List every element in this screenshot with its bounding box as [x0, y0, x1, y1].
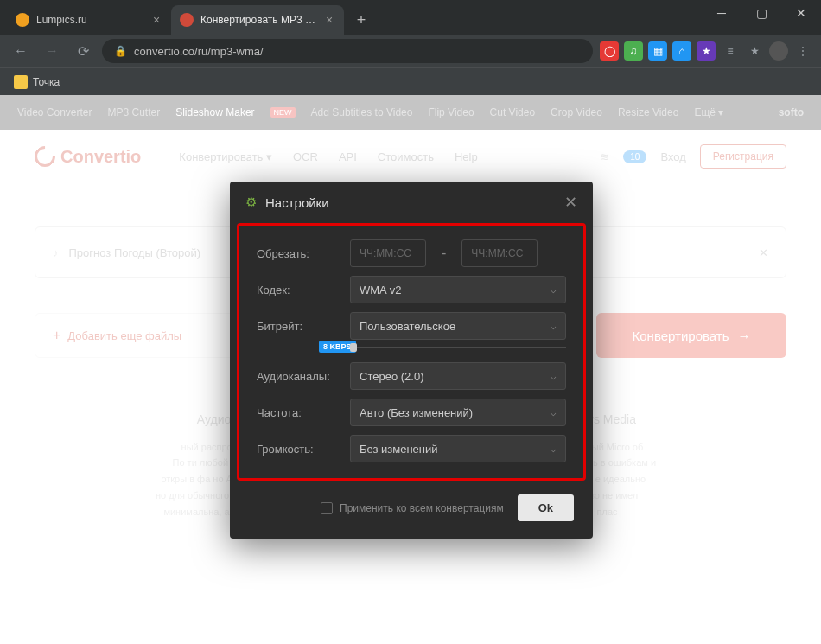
bookmark-folder-icon — [14, 75, 28, 89]
dash: - — [442, 245, 446, 261]
tab-convertio[interactable]: Конвертировать MP3 в WMA он × — [171, 5, 344, 35]
modal-body: Обрезать: ЧЧ:ММ:СС - ЧЧ:ММ:СС Кодек: WMA… — [237, 223, 586, 481]
modal-title: Настройки — [265, 195, 329, 210]
minimize-button[interactable]: ─ — [702, 0, 741, 26]
field-volume: Громкость: Без изменений ⌵ — [257, 435, 566, 462]
modal-header: ⚙ Настройки ✕ — [230, 182, 593, 223]
favicon-icon — [180, 13, 194, 27]
chevron-down-icon: ⌵ — [551, 407, 557, 418]
trim-end-input[interactable]: ЧЧ:ММ:СС — [461, 239, 538, 267]
channels-select[interactable]: Стерео (2.0) ⌵ — [350, 362, 566, 390]
freq-label: Частота: — [257, 406, 340, 419]
favicon-icon — [16, 13, 29, 27]
bitrate-select[interactable]: Пользовательское ⌵ — [350, 312, 566, 340]
chevron-down-icon: ⌵ — [551, 321, 557, 332]
bitrate-label: Битрейт: — [257, 320, 340, 333]
menu-button[interactable]: ⋮ — [793, 41, 812, 61]
field-frequency: Частота: Авто (Без изменений) ⌵ — [257, 399, 566, 426]
ext-icon[interactable]: ★ — [697, 41, 716, 61]
apply-all-checkbox[interactable]: Применить ко всем конвертациям — [321, 502, 504, 514]
address-bar: ← → ⟳ 🔒 convertio.co/ru/mp3-wma/ ◯ ♫ ▦ ⌂… — [0, 35, 821, 67]
codec-value: WMA v2 — [360, 284, 401, 296]
codec-select[interactable]: WMA v2 ⌵ — [350, 276, 566, 303]
maximize-button[interactable]: ▢ — [741, 0, 781, 26]
url-input[interactable]: 🔒 convertio.co/ru/mp3-wma/ — [102, 39, 593, 63]
freq-select[interactable]: Авто (Без изменений) ⌵ — [350, 399, 566, 426]
close-icon[interactable]: × — [323, 14, 335, 26]
field-codec: Кодек: WMA v2 ⌵ — [257, 276, 566, 303]
chevron-down-icon: ⌵ — [551, 284, 557, 296]
avatar[interactable] — [769, 41, 788, 61]
field-bitrate: Битрейт: Пользовательское ⌵ — [257, 312, 566, 340]
browser-titlebar: Lumpics.ru × Конвертировать MP3 в WMA он… — [0, 0, 821, 35]
ext-icon[interactable]: ▦ — [648, 41, 667, 61]
channels-label: Аудиоканалы: — [257, 370, 340, 383]
bitrate-value: Пользовательское — [360, 320, 455, 333]
modal-close-button[interactable]: ✕ — [564, 193, 577, 212]
tab-title: Lumpics.ru — [36, 14, 143, 26]
settings-modal: ⚙ Настройки ✕ Обрезать: ЧЧ:ММ:СС - ЧЧ:ММ… — [230, 182, 593, 539]
ok-button[interactable]: Ok — [518, 494, 574, 521]
new-tab-button[interactable]: + — [349, 8, 373, 32]
bookmarks-bar: Точка — [0, 67, 821, 95]
forward-button[interactable]: → — [40, 39, 64, 63]
reload-button[interactable]: ⟳ — [71, 39, 95, 63]
tab-title: Конвертировать MP3 в WMA он — [200, 14, 316, 26]
window-controls: ─ ▢ ✕ — [702, 0, 821, 26]
slider-thumb[interactable] — [350, 343, 357, 352]
back-button[interactable]: ← — [9, 39, 33, 63]
bitrate-slider[interactable]: 8 KBPS — [350, 343, 566, 352]
checkbox-icon — [321, 502, 333, 514]
volume-label: Громкость: — [257, 443, 340, 456]
field-channels: Аудиоканалы: Стерео (2.0) ⌵ — [257, 362, 566, 390]
ext-icon[interactable]: ★ — [745, 41, 764, 61]
field-trim: Обрезать: ЧЧ:ММ:СС - ЧЧ:ММ:СС — [257, 239, 566, 267]
ext-icon[interactable]: ⌂ — [672, 41, 691, 61]
close-window-button[interactable]: ✕ — [781, 0, 821, 26]
apply-all-label: Применить ко всем конвертациям — [340, 502, 504, 514]
chevron-down-icon: ⌵ — [551, 443, 557, 455]
tab-lumpics[interactable]: Lumpics.ru × — [7, 5, 171, 35]
close-icon[interactable]: × — [150, 14, 162, 26]
volume-value: Без изменений — [360, 443, 438, 456]
tab-strip: Lumpics.ru × Конвертировать MP3 в WMA он… — [7, 5, 373, 35]
channels-value: Стерео (2.0) — [360, 370, 423, 383]
ext-icon[interactable]: ≡ — [721, 41, 740, 61]
chevron-down-icon: ⌵ — [551, 371, 557, 382]
modal-footer: Применить ко всем конвертациям Ok — [230, 481, 593, 539]
extensions: ◯ ♫ ▦ ⌂ ★ ≡ ★ ⋮ — [600, 41, 812, 61]
bookmark-item[interactable]: Точка — [33, 76, 60, 88]
trim-label: Обрезать: — [257, 247, 340, 260]
codec-label: Кодек: — [257, 284, 340, 296]
ext-icon[interactable]: ♫ — [624, 41, 643, 61]
trim-start-input[interactable]: ЧЧ:ММ:СС — [350, 239, 426, 267]
gear-icon: ⚙ — [245, 194, 257, 210]
lock-icon: 🔒 — [114, 45, 127, 57]
ext-icon[interactable]: ◯ — [600, 41, 619, 61]
freq-value: Авто (Без изменений) — [360, 406, 473, 419]
volume-select[interactable]: Без изменений ⌵ — [350, 435, 566, 462]
slider-track — [350, 347, 566, 348]
url-text: convertio.co/ru/mp3-wma/ — [134, 45, 264, 58]
